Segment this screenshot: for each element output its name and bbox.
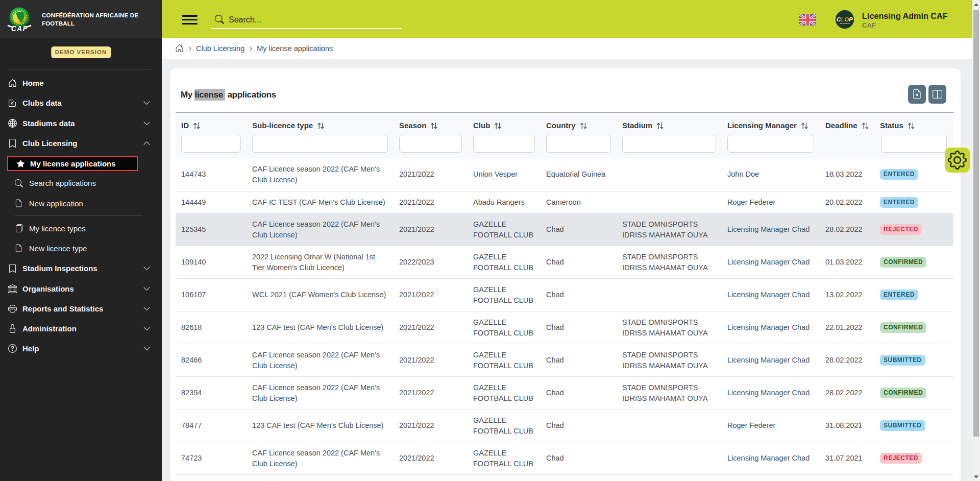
svg-text:CAF: CAF (11, 25, 28, 32)
svg-text:CLOP: CLOP (837, 16, 853, 22)
